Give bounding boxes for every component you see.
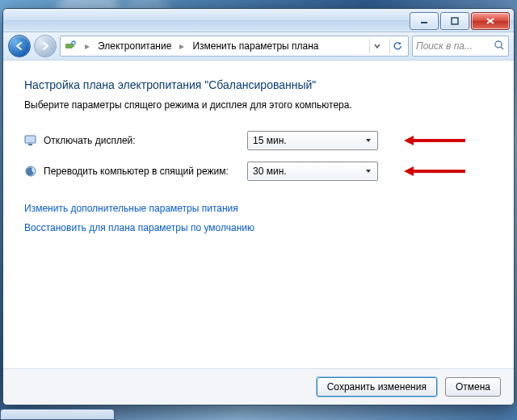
history-dropdown-button[interactable] xyxy=(369,39,385,53)
breadcrumb-item[interactable]: Изменить параметры плана xyxy=(192,40,318,52)
svg-rect-10 xyxy=(28,144,32,145)
cancel-button[interactable]: Отмена xyxy=(445,377,501,397)
search-icon xyxy=(494,40,505,53)
setting-row-display: Отключать дисплей: 15 мин. xyxy=(24,128,493,153)
refresh-button[interactable] xyxy=(389,39,405,53)
svg-rect-5 xyxy=(73,45,74,47)
annotation-arrow-icon xyxy=(402,165,465,178)
navbar: ▸ Электропитание ▸ Изменить параметры пл… xyxy=(3,32,514,61)
search-input[interactable]: Поиск в па... xyxy=(412,36,509,57)
explorer-window: ▸ Электропитание ▸ Изменить параметры пл… xyxy=(2,8,515,405)
background-window-fragment xyxy=(0,409,115,420)
svg-line-8 xyxy=(501,47,503,49)
maximize-button[interactable] xyxy=(440,12,469,30)
footer: Сохранить изменения Отмена xyxy=(3,368,514,405)
svg-rect-1 xyxy=(452,18,458,24)
forward-button[interactable] xyxy=(34,35,57,57)
back-button[interactable] xyxy=(8,35,31,57)
close-button[interactable] xyxy=(471,12,510,30)
sleep-label: Переводить компьютер в спящий режим: xyxy=(44,166,247,177)
svg-rect-9 xyxy=(25,136,36,143)
content-area: Настройка плана электропитания "Сбаланси… xyxy=(3,61,514,368)
chevron-right-icon: ▸ xyxy=(179,40,184,52)
display-off-dropdown[interactable]: 15 мин. xyxy=(247,131,378,150)
advanced-settings-link[interactable]: Изменить дополнительные параметры питани… xyxy=(24,203,493,214)
address-bar[interactable]: ▸ Электропитание ▸ Изменить параметры пл… xyxy=(60,36,409,57)
display-off-label: Отключать дисплей: xyxy=(44,135,247,146)
chevron-right-icon: ▸ xyxy=(85,40,90,52)
svg-point-7 xyxy=(495,41,502,48)
link-group: Изменить дополнительные параметры питани… xyxy=(24,203,493,233)
minimize-button[interactable] xyxy=(410,12,439,30)
sleep-value: 30 мин. xyxy=(253,166,363,177)
chevron-down-icon xyxy=(363,166,374,177)
monitor-icon xyxy=(24,134,37,147)
page-subtitle: Выберите параметры спящего режима и дисп… xyxy=(24,99,493,111)
titlebar xyxy=(3,9,514,32)
search-placeholder: Поиск в па... xyxy=(416,40,473,52)
svg-point-6 xyxy=(72,41,75,44)
sleep-dropdown[interactable]: 30 мин. xyxy=(247,162,378,181)
svg-rect-4 xyxy=(65,44,73,48)
restore-defaults-link[interactable]: Восстановить для плана параметры по умол… xyxy=(24,222,493,233)
annotation-arrow-icon xyxy=(402,134,465,147)
power-options-icon xyxy=(64,40,77,52)
setting-row-sleep: Переводить компьютер в спящий режим: 30 … xyxy=(24,159,493,183)
sleep-icon xyxy=(24,165,37,178)
save-button[interactable]: Сохранить изменения xyxy=(317,377,437,397)
display-off-value: 15 мин. xyxy=(253,135,363,146)
page-title: Настройка плана электропитания "Сбаланси… xyxy=(24,78,493,91)
chevron-down-icon xyxy=(363,135,374,146)
breadcrumb-item[interactable]: Электропитание xyxy=(98,40,171,52)
